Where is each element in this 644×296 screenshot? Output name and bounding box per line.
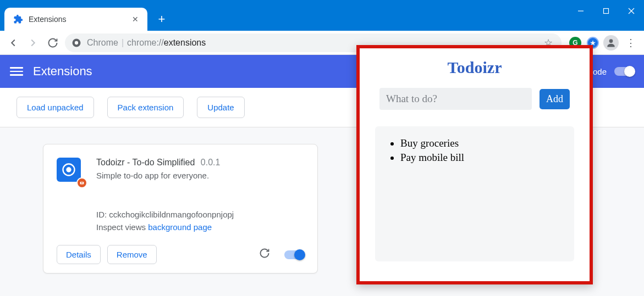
- minimize-button[interactable]: [568, 0, 593, 22]
- svg-point-8: [66, 167, 71, 172]
- extension-description: Simple to-do app for everyone.: [96, 171, 304, 180]
- new-tab-button[interactable]: +: [154, 12, 169, 27]
- extension-card-icon: [57, 158, 84, 185]
- tab-title: Extensions: [29, 15, 130, 24]
- url-host: chrome://: [127, 38, 164, 48]
- puzzle-piece-icon: [13, 14, 23, 24]
- url-scheme-label: Chrome: [87, 38, 118, 48]
- svg-rect-1: [604, 9, 609, 14]
- dev-badge-icon: [76, 177, 87, 188]
- reload-extension-icon[interactable]: [259, 248, 270, 261]
- details-button[interactable]: Details: [57, 245, 101, 264]
- forward-button[interactable]: [25, 35, 41, 51]
- todo-item: Pay mobile bill: [400, 150, 569, 165]
- url-path: extensions: [164, 38, 206, 48]
- inspect-views-label: Inspect views: [96, 222, 146, 232]
- reload-button[interactable]: [45, 35, 60, 51]
- window-controls: [568, 0, 644, 22]
- svg-point-6: [609, 39, 613, 43]
- browser-tab[interactable]: Extensions ✕: [4, 8, 147, 31]
- background-page-link[interactable]: background page: [148, 222, 212, 232]
- extension-id: cckchogikclibildnmangofoonpnjopj: [109, 210, 234, 219]
- extension-card: Todoizr - To-do Simplified 0.0.1 Simple …: [43, 144, 318, 273]
- id-label: ID:: [96, 210, 107, 219]
- extension-popup: Todoizr Add Buy groceriesPay mobile bill: [356, 45, 593, 284]
- svg-point-5: [75, 41, 78, 44]
- profile-avatar[interactable]: [603, 35, 619, 51]
- update-button[interactable]: Update: [197, 97, 244, 118]
- add-button[interactable]: Add: [540, 89, 570, 109]
- chrome-icon: [71, 38, 81, 48]
- extension-version: 0.0.1: [201, 158, 221, 167]
- svg-point-10: [81, 182, 83, 184]
- todo-input[interactable]: [379, 88, 532, 110]
- pack-extension-button[interactable]: Pack extension: [107, 97, 184, 118]
- window-titlebar: Extensions ✕ +: [0, 0, 644, 31]
- popup-title: Todoizr: [375, 58, 574, 77]
- todo-item: Buy groceries: [400, 136, 569, 150]
- menu-icon[interactable]: [10, 65, 23, 78]
- tab-strip: Extensions ✕ +: [0, 0, 169, 31]
- load-unpacked-button[interactable]: Load unpacked: [16, 97, 94, 118]
- maximize-button[interactable]: [593, 0, 619, 22]
- page-title: Extensions: [33, 64, 92, 79]
- extension-name: Todoizr - To-do Simplified: [96, 158, 195, 167]
- todo-list: Buy groceriesPay mobile bill: [375, 126, 574, 261]
- remove-button[interactable]: Remove: [107, 245, 157, 264]
- enable-extension-toggle[interactable]: [284, 250, 304, 259]
- close-tab-icon[interactable]: ✕: [130, 13, 141, 26]
- browser-menu-button[interactable]: ⋮: [623, 35, 639, 51]
- back-button[interactable]: [5, 35, 21, 51]
- dev-mode-toggle[interactable]: [614, 67, 634, 76]
- close-window-button[interactable]: [619, 0, 644, 22]
